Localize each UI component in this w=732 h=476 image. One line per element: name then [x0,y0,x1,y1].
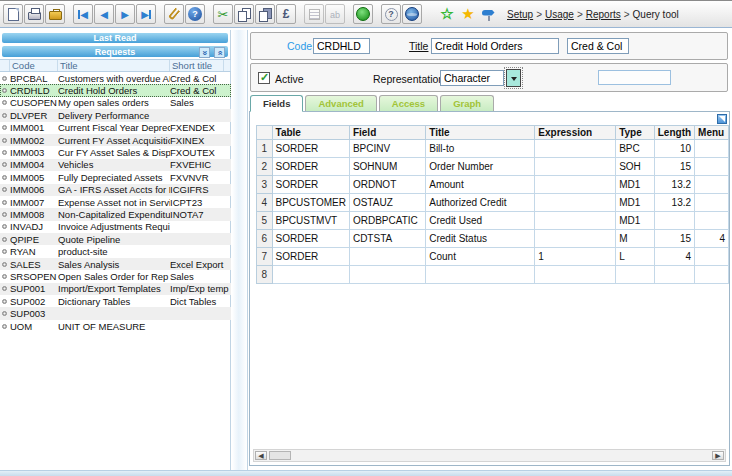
green-star-button[interactable] [437,4,457,24]
grid-cell-menu[interactable] [695,158,729,176]
grid-cell-menu[interactable] [695,194,729,212]
signpost-button[interactable] [479,4,499,24]
grid-row-number[interactable]: 2 [257,158,273,176]
grid-cell-table[interactable] [272,266,349,284]
cut-button[interactable] [213,4,233,24]
grid-cell-menu[interactable] [695,176,729,194]
grid-cell-type[interactable]: M [616,230,655,248]
request-list-item[interactable]: IMM008Non-Capitalized ExpendituresINOTA7 [0,208,231,220]
title-input[interactable] [431,38,559,54]
green-globe-button[interactable] [353,4,373,24]
representation-select[interactable] [440,70,504,86]
request-list-item[interactable]: IMM007Expense Asset not in ServiceICPT23 [0,196,231,208]
grid-cell-table[interactable]: SORDER [272,158,349,176]
grid-cell-field[interactable]: CDTSTA [349,230,425,248]
globe-button[interactable] [402,4,422,24]
panel-splitter[interactable] [232,30,248,476]
breadcrumb-item-reports[interactable]: Reports [586,9,621,20]
grid-cell-table[interactable]: SORDER [272,248,349,266]
grid-cell-type[interactable]: BPC [616,140,655,158]
grid-cell-length[interactable] [654,266,694,284]
request-list-item[interactable]: IMM006GA - IFRS Asset Accts for ExpICGIF… [0,184,231,196]
grid-cell-length[interactable]: 10 [654,140,694,158]
grid-cell-title[interactable]: Bill-to [426,140,535,158]
request-list-item[interactable]: SALESSales AnalysisExcel Export [0,258,231,270]
grid-cell-type[interactable]: MD1 [616,176,655,194]
request-list-item[interactable]: SRSOPENOpen Sales Order for RepSales [0,270,231,282]
grid-cell-field[interactable] [349,248,425,266]
grid-column-menu[interactable]: Menu [695,126,729,140]
help-ball-button[interactable] [185,4,205,24]
grid-cell-table[interactable]: SORDER [272,140,349,158]
request-list-item[interactable]: CUSOPENMy open sales ordersSales [0,97,231,109]
tab-fields[interactable]: Fields [250,95,303,112]
request-list-item[interactable]: IMM005Fully Depreciated AssetsFXVNVR [0,171,231,183]
grid-cell-field[interactable]: OSTAUZ [349,194,425,212]
grid-cell-type[interactable]: MD1 [616,194,655,212]
list-header-title[interactable]: Title [58,60,170,71]
last-read-header[interactable]: Last Read [1,32,229,44]
list-header-short-title[interactable]: Short title [170,60,224,71]
tab-graph[interactable]: Graph [440,95,494,112]
grid-cell-type[interactable] [616,266,655,284]
grid-column-expression[interactable]: Expression [535,126,616,140]
grid-cell-menu[interactable] [695,266,729,284]
short-title-input[interactable] [567,38,629,54]
grid-cell-menu[interactable] [695,140,729,158]
chevron-double-down-icon[interactable] [199,47,210,58]
paste-button[interactable] [255,4,275,24]
previous-record-button[interactable]: ◀ [94,4,114,24]
grid-cell-menu[interactable] [695,248,729,266]
tab-access[interactable]: Access [379,95,438,112]
request-list-item[interactable]: SUP001Import/Export TemplatesImp/Exp tem… [0,283,231,295]
grid-cell-menu[interactable] [695,212,729,230]
grid-expand-icon[interactable] [717,114,727,124]
grid-cell-table[interactable]: SORDER [272,176,349,194]
grid-row-number[interactable]: 1 [257,140,273,158]
scroll-left-icon[interactable]: ◀ [255,451,267,460]
grid-cell-menu[interactable]: 4 [695,230,729,248]
next-record-button[interactable]: ▶ [115,4,135,24]
save-button[interactable] [3,4,23,24]
last-record-button[interactable]: ▶ [136,4,156,24]
attachment-button[interactable] [164,4,184,24]
request-list-item[interactable]: UOMUNIT OF MEASURE [0,320,231,332]
request-list-item[interactable]: IMM001Current Fiscal Year DeprecFXENDEX [0,122,231,134]
grid-row-number[interactable]: 7 [257,248,273,266]
request-list-item[interactable]: IMM002Current FY Asset AcquisitionFXINEX [0,134,231,146]
grid-cell-length[interactable] [654,212,694,230]
horizontal-scrollbar[interactable]: ◀ ▶ [253,449,726,462]
grid-cell-expression[interactable] [535,212,616,230]
chevron-double-up-icon[interactable] [214,47,225,58]
code-input[interactable] [313,38,370,54]
active-checkbox[interactable] [258,72,270,84]
grid-cell-type[interactable]: MD1 [616,212,655,230]
request-list-item[interactable]: INVADJInvoice Adjustments Required [0,221,231,233]
representation-dropdown-button[interactable] [506,69,521,87]
grid-column-field[interactable]: Field [349,126,425,140]
grid-cell-title[interactable]: Credit Used [426,212,535,230]
grid-cell-field[interactable]: SOHNUM [349,158,425,176]
list-header-code[interactable]: Code [10,60,58,71]
grid-cell-title[interactable]: Amount [426,176,535,194]
grid-cell-title[interactable]: Order Number [426,158,535,176]
print-button[interactable] [24,4,44,24]
grid-cell-field[interactable]: ORDBPCATIC [349,212,425,230]
breadcrumb-item-setup[interactable]: Setup [507,9,533,20]
grid-cell-expression[interactable] [535,194,616,212]
grid-row-number[interactable]: 8 [257,266,273,284]
grid-column-type[interactable]: Type [616,126,655,140]
grid-cell-length[interactable]: 15 [654,158,694,176]
yellow-star-button[interactable] [458,4,478,24]
grid-cell-field[interactable]: ORDNOT [349,176,425,194]
copy-button[interactable] [234,4,254,24]
grid-cell-table[interactable]: BPCUSTMVT [272,212,349,230]
request-list-item[interactable]: CRDHLDCredit Hold OrdersCred & Col [0,84,231,96]
grid-cell-title[interactable]: Authorized Credit [426,194,535,212]
grid-cell-title[interactable] [426,266,535,284]
grid-row-number[interactable]: 6 [257,230,273,248]
grid-cell-field[interactable] [349,266,425,284]
scrollbar-thumb[interactable] [269,451,291,460]
grid-cell-title[interactable]: Credit Status [426,230,535,248]
request-list-item[interactable]: RYANproduct-site [0,245,231,257]
